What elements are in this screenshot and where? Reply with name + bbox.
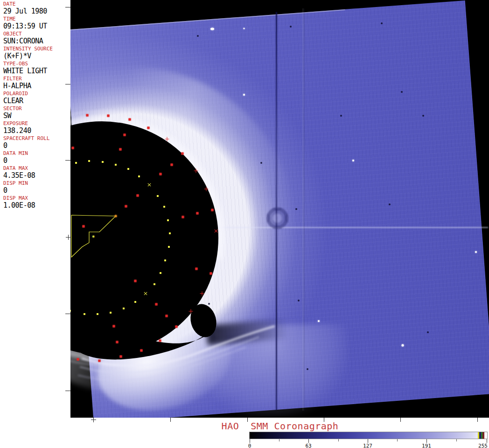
red-square-marker: [129, 119, 131, 121]
colorbar-minor-tick: [338, 439, 339, 441]
yellow-square-marker: [164, 259, 166, 261]
red-square-marker: [166, 315, 168, 317]
dark-speck-marker: [389, 203, 391, 205]
colorbar-tick-label: 255: [478, 443, 488, 448]
yellow-square-marker: [88, 160, 90, 162]
colorbar-major-tick: [368, 439, 368, 443]
metadata-field: TIME09:13:59 UT: [0, 16, 70, 31]
red-square-marker: [98, 360, 101, 362]
colorbar-major-tick: [250, 439, 250, 443]
colorbar-tick-label: 127: [363, 443, 372, 448]
metadata-field: SPACECRAFT ROLL0: [0, 135, 70, 150]
metadata-value: 1.00E-08: [3, 202, 70, 210]
white-speck-marker: [244, 28, 245, 29]
bottom-axis-tick: [477, 418, 478, 422]
red-square-marker: [211, 209, 214, 211]
yellow-square-marker: [154, 283, 155, 285]
colorbar-minor-tick: [279, 439, 279, 441]
colorbar-tick-label: 0: [248, 443, 251, 448]
metadata-label: INTENSITY SOURCE: [3, 46, 70, 52]
metadata-label: EXPOSURE: [3, 120, 70, 127]
metadata-field: OBJECTSUN:CORONA: [0, 31, 70, 46]
metadata-label: SPACECRAFT ROLL: [3, 135, 70, 142]
dark-speck-marker: [298, 300, 300, 301]
dark-speck-marker: [295, 208, 297, 210]
metadata-field: EXPOSURE138.240: [0, 120, 70, 135]
metadata-value: 29 Jul 1980: [3, 7, 70, 15]
yellow-square-marker: [70, 310, 71, 312]
dust-donut-artifact: [266, 207, 288, 229]
red-square-marker: [155, 303, 158, 306]
white-speck-marker: [243, 94, 245, 96]
left-axis-tick: [65, 391, 70, 391]
bottom-axis-tick: [170, 418, 171, 422]
dark-speck-marker: [422, 115, 424, 117]
orange-dot-marker: [115, 215, 117, 217]
metadata-field: FILTERH-ALPHA: [0, 76, 70, 91]
yellow-square-marker: [75, 162, 77, 164]
red-crosse-marker: [194, 169, 198, 173]
red-square-marker: [210, 273, 212, 275]
dark-speck-marker: [197, 35, 199, 37]
metadata-field: POLAROIDCLEAR: [0, 91, 70, 105]
metadata-label: DATA MIN: [3, 150, 70, 157]
yellow-square-marker: [97, 313, 98, 315]
colorbar-major-tick: [308, 439, 309, 443]
metadata-value: 0: [3, 142, 70, 150]
intensity-colorbar: 063127191255: [249, 432, 488, 439]
colorbar-gradient: [250, 432, 487, 439]
metadata-field: SECTORSW: [0, 105, 70, 120]
metadata-label: TIME: [3, 16, 70, 22]
red-square-marker: [72, 147, 74, 149]
red-crosse-marker: [165, 137, 169, 141]
colorbar-tick-label: 191: [422, 443, 431, 448]
metadata-label: DISP MAX: [3, 195, 70, 202]
dark-speck-marker: [260, 162, 262, 164]
bottom-axis-cross: [91, 417, 96, 422]
metadata-field: TYPE-OBSWHITE LIGHT: [0, 61, 70, 76]
metadata-field: DATE29 Jul 1980: [0, 1, 70, 16]
dark-speck-marker: [381, 22, 383, 24]
yellow-square-marker: [102, 161, 104, 163]
colorbar-major-tick: [487, 439, 487, 443]
metadata-sidebar: DATE29 Jul 1980TIME09:13:59 UTOBJECTSUN:…: [0, 0, 70, 418]
yellow-square-marker: [115, 164, 117, 166]
smm-coronagraph-display: { "sidebar": { "label_color": "#c22626",…: [0, 0, 489, 448]
white-speck-marker: [475, 251, 477, 253]
metadata-label: DATE: [3, 1, 70, 7]
left-axis-tick: [65, 84, 70, 84]
metadata-value: 09:13:59 UT: [3, 22, 70, 30]
red-square-marker: [134, 280, 137, 282]
metadata-label: FILTER: [3, 76, 70, 82]
metadata-value: 0: [3, 187, 70, 195]
red-square-marker: [137, 195, 139, 197]
image-title: HAO SMM Coronagraph: [222, 421, 339, 431]
yellow-square-marker: [163, 206, 165, 208]
colorbar-minor-tick: [456, 439, 457, 441]
yellow-square-marker: [168, 246, 170, 248]
metadata-label: SECTOR: [3, 105, 70, 112]
metadata-label: DATA MAX: [3, 165, 70, 172]
colorbar-tick-label: 63: [305, 443, 311, 448]
yellow-star-marker: *: [91, 236, 95, 239]
red-square-marker: [196, 212, 199, 215]
metadata-value: 0: [3, 157, 70, 165]
red-crosse-marker: [204, 187, 209, 191]
white-speck-marker: [318, 320, 320, 322]
metadata-value: (K+F)*V: [3, 52, 70, 60]
red-square-marker: [182, 216, 184, 218]
yellow-square-marker: [84, 313, 85, 315]
colorbar-minor-tick: [397, 439, 398, 441]
metadata-field: DATA MIN0: [0, 150, 70, 165]
left-axis-tick: [65, 314, 70, 314]
bottom-axis-tick: [400, 418, 401, 422]
red-crosse-marker: [200, 292, 204, 296]
metadata-field: INTENSITY SOURCE(K+F)*V: [0, 46, 70, 61]
red-crosse-marker: [189, 309, 193, 314]
left-axis-tick: [65, 160, 70, 161]
metadata-label: OBJECT: [3, 31, 70, 37]
dark-speck-marker: [340, 115, 342, 117]
red-square-marker: [83, 225, 85, 228]
metadata-label: TYPE-OBS: [3, 61, 70, 67]
red-square-marker: [119, 148, 122, 151]
